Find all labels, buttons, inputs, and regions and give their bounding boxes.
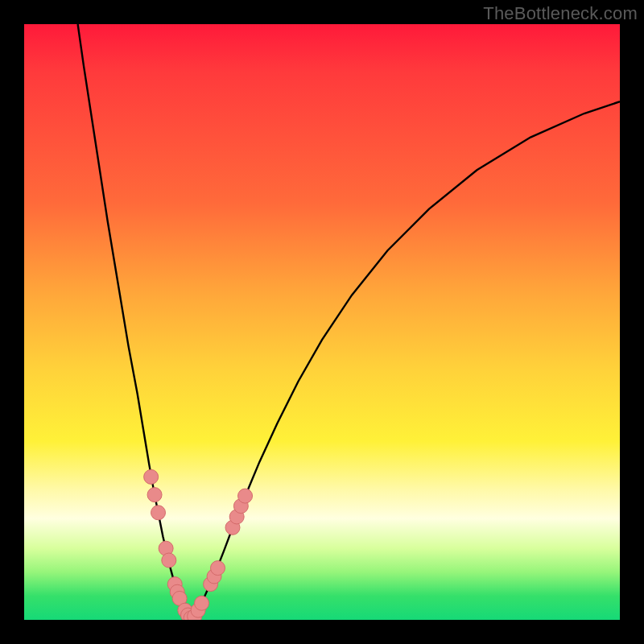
data-marker bbox=[144, 469, 159, 484]
data-marker bbox=[162, 553, 176, 568]
data-marker bbox=[211, 561, 225, 576]
watermark-text: TheBottleneck.com bbox=[483, 3, 638, 24]
marker-group bbox=[144, 469, 253, 620]
chart-plot-area bbox=[24, 24, 620, 620]
data-marker bbox=[147, 488, 162, 502]
chart-frame: TheBottleneck.com bbox=[0, 0, 644, 644]
curve-group bbox=[78, 24, 620, 620]
curve-left-branch bbox=[78, 24, 192, 620]
data-marker bbox=[151, 506, 166, 520]
data-marker bbox=[238, 489, 253, 503]
curve-right-branch bbox=[191, 101, 620, 620]
data-marker bbox=[195, 596, 209, 610]
chart-svg bbox=[24, 24, 620, 620]
